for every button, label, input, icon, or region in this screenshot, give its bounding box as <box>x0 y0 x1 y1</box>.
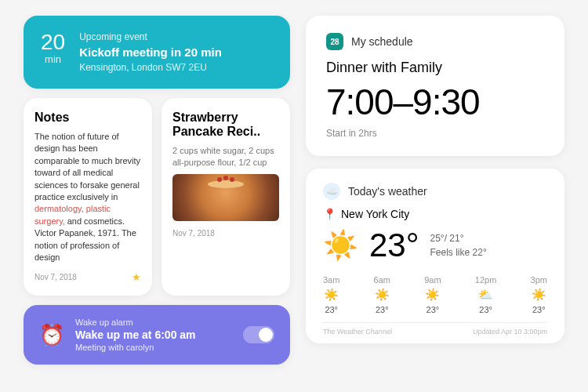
note-title: Notes <box>34 111 141 125</box>
hourly-forecast: 3am☀️23° 6am☀️23° 9am☀️23° 12pm⛅23° 3pm☀… <box>323 275 547 314</box>
event-title: Kickoff meeting in 20 min <box>79 45 222 59</box>
temp-feels: Feels like 22° <box>430 245 487 260</box>
location-pin-icon: 📍 <box>323 208 336 220</box>
schedule-header: My schedule <box>351 35 413 48</box>
weather-app-icon: ☁️ <box>323 183 340 200</box>
star-icon[interactable]: ★ <box>132 271 141 283</box>
alarm-card[interactable]: ⏰ Wake up alarm Wake up me at 6:00 am Me… <box>24 305 290 365</box>
event-info: Upcoming event Kickoff meeting in 20 min… <box>79 31 222 73</box>
alarm-toggle[interactable] <box>243 326 274 343</box>
schedule-time: 7:00–9:30 <box>326 81 544 123</box>
hour-item: 9am☀️23° <box>424 275 441 314</box>
weather-source: The Weather Channel <box>323 328 392 336</box>
recipe-card[interactable]: Strawberry Pancake Reci.. 2 cups white s… <box>162 98 290 296</box>
alarm-info: Wake up alarm Wake up me at 6:00 am Meet… <box>75 318 232 352</box>
schedule-title: Dinner with Family <box>326 60 544 76</box>
hour-item: 3pm☀️23° <box>531 275 547 314</box>
weather-header: Today's weather <box>348 185 427 198</box>
event-minutes: 20 <box>41 31 65 53</box>
recipe-title: Strawberry Pancake Reci.. <box>172 111 279 139</box>
temp-hilo: 25°/ 21° <box>430 231 487 245</box>
weather-card[interactable]: ☁️ Today's weather 📍 New York City ☀️ 23… <box>306 169 564 343</box>
alarm-clock-icon: ⏰ <box>39 323 64 347</box>
hour-item: 6am☀️23° <box>374 275 390 314</box>
schedule-start: Start in 2hrs <box>326 128 544 139</box>
upcoming-event-card[interactable]: 20 min Upcoming event Kickoff meeting in… <box>24 16 290 89</box>
current-temp: 23° <box>369 227 419 264</box>
note-body: The notion of future of design has been … <box>34 131 141 263</box>
event-location: Kensington, London SW7 2EU <box>79 62 222 73</box>
recipe-image <box>172 174 279 221</box>
hour-item: 12pm⛅23° <box>475 275 497 314</box>
weather-updated: Updated Apr 10 3:00pm <box>473 328 547 336</box>
hour-item: 3am☀️23° <box>323 275 339 314</box>
sun-icon: ☀️ <box>323 229 358 262</box>
event-unit: min <box>41 53 65 65</box>
alarm-subtitle: Meeting with carolyn <box>75 343 232 352</box>
note-card[interactable]: Notes The notion of future of design has… <box>24 98 152 296</box>
recipe-body: 2 cups white sugar, 2 cups all-purpose f… <box>172 145 279 169</box>
schedule-card[interactable]: 28 My schedule Dinner with Family 7:00–9… <box>306 16 564 156</box>
recipe-date: Nov 7, 2018 <box>172 229 215 238</box>
weather-location: New York City <box>341 208 409 220</box>
temp-details: 25°/ 21° Feels like 22° <box>430 231 487 260</box>
note-date: Nov 7, 2018 <box>34 273 77 281</box>
event-countdown: 20 min <box>41 31 65 65</box>
calendar-icon: 28 <box>326 33 343 50</box>
alarm-title: Wake up me at 6:00 am <box>75 328 232 341</box>
alarm-label: Wake up alarm <box>75 318 232 327</box>
event-label: Upcoming event <box>79 31 222 42</box>
